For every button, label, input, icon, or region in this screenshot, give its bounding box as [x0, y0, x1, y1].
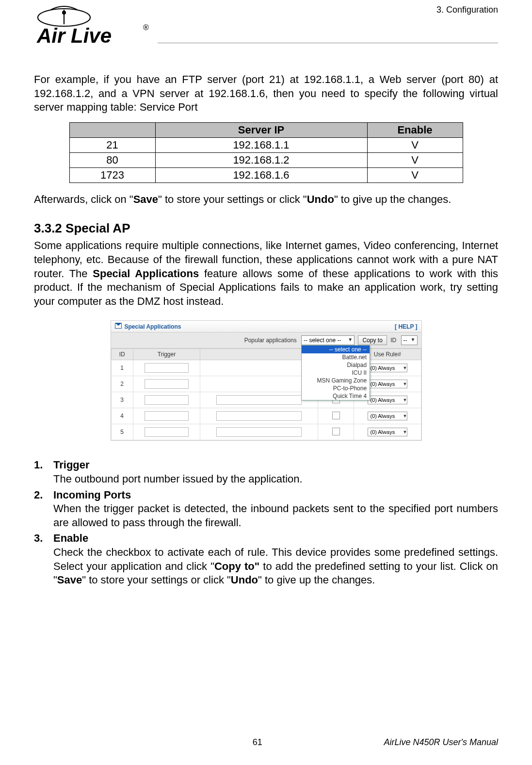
incoming-input[interactable] [216, 395, 302, 405]
page-footer: 61 AirLive N450R User's Manual [34, 737, 498, 748]
list-title: Incoming Ports [53, 489, 131, 501]
popular-apps-dropdown[interactable]: -- select one -- Battle.net Dialpad ICU … [301, 345, 370, 400]
enable-checkbox[interactable] [332, 412, 340, 419]
help-link[interactable]: [ HELP ] [395, 323, 417, 330]
table-row: 21 192.168.1.1 V [69, 137, 463, 152]
list-title: Enable [53, 532, 88, 544]
panel-titlebar: Special Applications [ HELP ] [111, 321, 421, 333]
row-id: 1 [111, 360, 133, 376]
section-heading: 3.3.2 Special AP [34, 221, 498, 236]
cell-port: 80 [69, 152, 155, 167]
page-header: Air Live ® 3. Configuration [34, 5, 498, 58]
header-divider [158, 43, 498, 44]
list-body: When the trigger packet is detected, the… [53, 502, 498, 529]
col-trigger: Trigger [133, 349, 200, 360]
dropdown-option[interactable]: ICU II [302, 369, 370, 377]
panel-toolbar: Popular applications -- select one -- ▼ … [111, 333, 421, 349]
cell-enable: V [367, 167, 463, 183]
table-row: 2 (0) Always▼ [111, 376, 421, 392]
table-row: 80 192.168.1.2 V [69, 152, 463, 167]
list-body: Check the checkbox to activate each of r… [53, 546, 498, 586]
table-row: 5 (0) Always▼ [111, 424, 421, 440]
intro-paragraph: For example, if you have an FTP server (… [34, 73, 498, 115]
cell-ip: 192.168.1.6 [155, 167, 367, 183]
use-rule-select[interactable]: (0) Always [368, 364, 407, 372]
trigger-input[interactable] [145, 427, 189, 437]
afterwards-paragraph: Afterwards, click on "Save" to store you… [34, 193, 498, 207]
list-body: The outbound port number issued by the a… [53, 473, 303, 485]
list-item: 2. Incoming Ports When the trigger packe… [34, 488, 498, 530]
row-id: 2 [111, 376, 133, 392]
table-row: 1723 192.168.1.6 V [69, 167, 463, 183]
section-body: Some applications require multiple conne… [34, 239, 498, 308]
page-number: 61 [131, 737, 384, 748]
trigger-input[interactable] [145, 395, 189, 405]
trigger-input[interactable] [145, 363, 189, 373]
row-id: 3 [111, 392, 133, 408]
col-incoming [200, 349, 318, 360]
list-item: 1. Trigger The outbound port number issu… [34, 458, 498, 486]
trigger-input[interactable] [145, 379, 189, 389]
panel-title: Special Applications [125, 323, 181, 330]
id-label: ID [390, 337, 396, 344]
cell-ip: 192.168.1.2 [155, 152, 367, 167]
popular-apps-label: Popular applications [244, 337, 297, 344]
list-title: Trigger [53, 459, 90, 471]
incoming-input[interactable] [216, 411, 302, 421]
cell-port: 21 [69, 137, 155, 152]
use-rule-select[interactable]: (0) Always [368, 428, 407, 436]
special-apps-table: ID Trigger Enable Use Rule# 1 (0) Always… [111, 349, 421, 440]
cell-ip: 192.168.1.1 [155, 137, 367, 152]
special-apps-panel: Special Applications [ HELP ] Popular ap… [111, 320, 422, 441]
use-rule-select[interactable]: (0) Always [368, 380, 407, 388]
row-id: 5 [111, 424, 133, 440]
dropdown-option[interactable]: Quick Time 4 [302, 392, 370, 400]
mapping-table: Server IP Enable 21 192.168.1.1 V 80 192… [69, 122, 463, 183]
list-item: 3. Enable Check the checkbox to activate… [34, 532, 498, 587]
col-id: ID [111, 349, 133, 360]
mapping-th-port [69, 122, 155, 137]
row-id: 4 [111, 408, 133, 424]
cell-port: 1723 [69, 167, 155, 183]
svg-point-2 [63, 11, 65, 14]
cell-enable: V [367, 137, 463, 152]
dropdown-option[interactable]: MSN Gaming Zone [302, 377, 370, 384]
cell-enable: V [367, 152, 463, 167]
mail-icon [115, 323, 122, 329]
table-row: 3 (0) Always▼ [111, 392, 421, 408]
use-rule-select[interactable]: (0) Always [368, 412, 407, 420]
dropdown-option[interactable]: Battle.net [302, 353, 370, 361]
manual-title: AirLive N450R User's Manual [384, 737, 498, 748]
list-number: 2. [34, 488, 53, 530]
table-row: 4 (0) Always▼ [111, 408, 421, 424]
dropdown-option[interactable]: -- select one -- [302, 346, 370, 353]
definition-list: 1. Trigger The outbound port number issu… [34, 458, 498, 587]
list-number: 1. [34, 458, 53, 486]
mapping-th-ip: Server IP [155, 122, 367, 137]
dropdown-option[interactable]: Dialpad [302, 361, 370, 369]
mapping-th-enable: Enable [367, 122, 463, 137]
trigger-input[interactable] [145, 411, 189, 421]
chapter-label: 3. Configuration [436, 5, 498, 15]
copy-to-button[interactable]: Copy to [358, 335, 387, 345]
logo-reg: ® [143, 23, 149, 32]
airlive-logo: Air Live ® [34, 5, 160, 51]
incoming-input[interactable] [216, 427, 302, 437]
popular-apps-select[interactable]: -- select one -- [301, 335, 355, 345]
id-select[interactable]: -- [401, 335, 418, 345]
list-number: 3. [34, 532, 53, 587]
use-rule-select[interactable]: (0) Always [368, 396, 407, 404]
enable-checkbox[interactable] [332, 428, 340, 435]
logo-text: Air Live [36, 24, 112, 47]
table-row: 1 (0) Always▼ [111, 360, 421, 376]
dropdown-option[interactable]: PC-to-Phone [302, 384, 370, 392]
